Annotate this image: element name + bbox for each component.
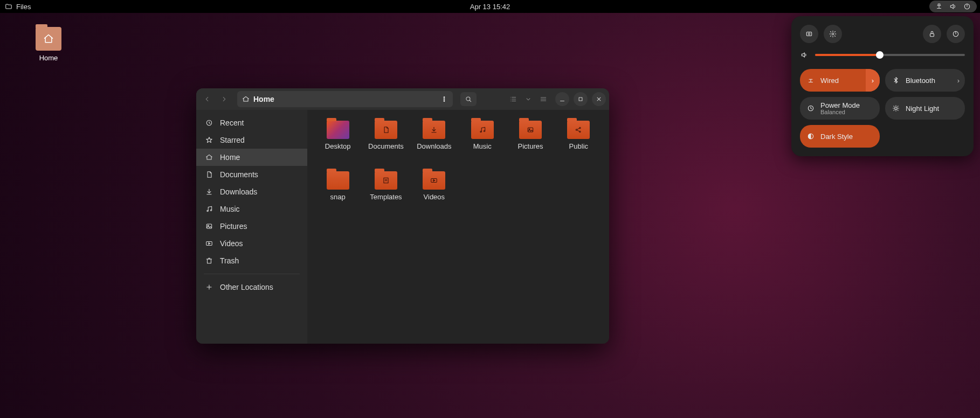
desktop-home-icon[interactable]: Home xyxy=(32,27,65,62)
hamburger-menu-button[interactable] xyxy=(536,92,551,107)
sidebar-item-videos[interactable]: Videos xyxy=(196,235,307,252)
nav-forward-button[interactable] xyxy=(217,92,232,107)
folder-desktop[interactable]: Desktop xyxy=(315,121,361,164)
home-icon xyxy=(205,153,213,162)
sidebar-item-pictures[interactable]: Pictures xyxy=(196,218,307,235)
volume-row xyxy=(800,51,965,59)
folder-templates[interactable]: Templates xyxy=(363,171,409,214)
view-list-button[interactable] xyxy=(506,92,521,107)
folder-snap[interactable]: snap xyxy=(315,171,361,214)
other-locations-label: Other Locations xyxy=(220,283,273,291)
svg-point-10 xyxy=(444,99,445,100)
path-bar[interactable]: Home xyxy=(237,91,453,107)
folder-label: Desktop xyxy=(325,142,351,150)
files-headerbar: Home xyxy=(196,88,609,110)
svg-point-7 xyxy=(895,107,898,110)
sidebar-item-recent[interactable]: Recent xyxy=(196,114,307,131)
power-button[interactable] xyxy=(947,25,965,43)
path-menu-icon[interactable] xyxy=(440,95,448,103)
nav-back-button[interactable] xyxy=(199,92,215,107)
svg-point-9 xyxy=(444,97,445,98)
sidebar-item-label: Videos xyxy=(220,239,243,248)
sidebar-item-label: Home xyxy=(220,153,240,162)
folder-videos[interactable]: Videos xyxy=(411,171,457,214)
video-icon xyxy=(205,239,213,248)
window-maximize-button[interactable] xyxy=(574,92,588,106)
wired-icon xyxy=(806,76,815,85)
folder-public[interactable]: Public xyxy=(556,121,602,164)
sidebar-item-music[interactable]: Music xyxy=(196,200,307,218)
folder-icon xyxy=(327,121,349,139)
image-icon xyxy=(205,222,213,231)
dark-style-tile[interactable]: Dark Style xyxy=(800,125,880,148)
folder-icon xyxy=(567,121,590,139)
window-close-button[interactable] xyxy=(592,92,606,106)
files-window: Home RecentStarredHomeDocumentsDownloads… xyxy=(196,88,609,344)
svg-rect-19 xyxy=(206,242,212,246)
folder-icon xyxy=(375,171,397,190)
speaker-icon xyxy=(800,51,809,59)
volume-slider[interactable] xyxy=(815,54,965,56)
topbar-clock[interactable]: Apr 13 15:42 xyxy=(470,3,510,11)
bluetooth-icon xyxy=(892,76,900,85)
svg-rect-1 xyxy=(806,32,811,36)
folder-music[interactable]: Music xyxy=(459,121,505,164)
folder-documents[interactable]: Documents xyxy=(363,121,409,164)
svg-point-21 xyxy=(484,130,485,131)
night-light-tile[interactable]: Night Light xyxy=(885,97,965,120)
chevron-right-icon[interactable]: › xyxy=(866,69,880,92)
folder-label: Music xyxy=(473,142,492,150)
sidebar-item-trash[interactable]: Trash xyxy=(196,252,307,269)
wired-label: Wired xyxy=(820,76,839,85)
sidebar-item-documents[interactable]: Documents xyxy=(196,166,307,183)
folder-downloads[interactable]: Downloads xyxy=(411,121,457,164)
folder-label: Documents xyxy=(368,142,404,150)
folder-icon xyxy=(327,171,349,190)
sidebar-item-label: Documents xyxy=(220,170,258,179)
window-minimize-button[interactable] xyxy=(555,92,569,106)
dark-style-icon xyxy=(806,132,815,141)
top-bar: Files Apr 13 15:42 xyxy=(0,0,980,13)
folder-label: Downloads xyxy=(417,142,451,150)
home-folder-icon xyxy=(36,27,61,51)
files-sidebar: RecentStarredHomeDocumentsDownloadsMusic… xyxy=(196,110,307,344)
trash-icon xyxy=(205,256,213,265)
quick-settings-panel: Wired › Bluetooth › Power Mode Balanced … xyxy=(791,16,974,156)
sidebar-item-starred[interactable]: Starred xyxy=(196,131,307,149)
sidebar-item-downloads[interactable]: Downloads xyxy=(196,183,307,200)
svg-point-15 xyxy=(207,210,208,211)
topbar-app[interactable]: Files xyxy=(4,2,31,11)
svg-point-16 xyxy=(210,210,211,211)
settings-button[interactable] xyxy=(824,25,842,43)
topbar-tray[interactable] xyxy=(929,1,980,12)
search-button[interactable] xyxy=(460,92,477,106)
folder-icon xyxy=(519,121,542,139)
svg-point-18 xyxy=(208,225,209,226)
music-icon xyxy=(205,205,213,213)
night-light-icon xyxy=(892,104,900,113)
dark-style-label: Dark Style xyxy=(820,133,853,141)
sidebar-item-label: Music xyxy=(220,205,240,213)
folder-pictures[interactable]: Pictures xyxy=(507,121,553,164)
sidebar-item-home[interactable]: Home xyxy=(196,149,307,166)
folder-label: snap xyxy=(330,193,346,201)
folder-grid: DesktopDocumentsDownloadsMusicPicturesPu… xyxy=(307,110,609,344)
wired-tile[interactable]: Wired › xyxy=(800,69,880,92)
bluetooth-tile[interactable]: Bluetooth › xyxy=(885,69,965,92)
sidebar-other-locations[interactable]: Other Locations xyxy=(196,278,307,296)
power-mode-tile[interactable]: Power Mode Balanced xyxy=(800,97,880,120)
doc-icon xyxy=(205,170,213,179)
star-icon xyxy=(205,136,213,144)
svg-rect-28 xyxy=(431,179,437,183)
svg-rect-27 xyxy=(384,178,388,183)
screenshot-button[interactable] xyxy=(800,25,818,43)
chevron-right-icon[interactable]: › xyxy=(957,76,960,85)
folder-icon xyxy=(471,121,494,139)
view-dropdown-button[interactable] xyxy=(523,92,534,107)
power-icon xyxy=(963,2,971,11)
folder-label: Videos xyxy=(424,193,445,201)
svg-rect-17 xyxy=(206,224,211,228)
svg-point-3 xyxy=(832,33,834,35)
power-mode-sub: Balanced xyxy=(820,109,860,115)
lock-button[interactable] xyxy=(923,25,941,43)
